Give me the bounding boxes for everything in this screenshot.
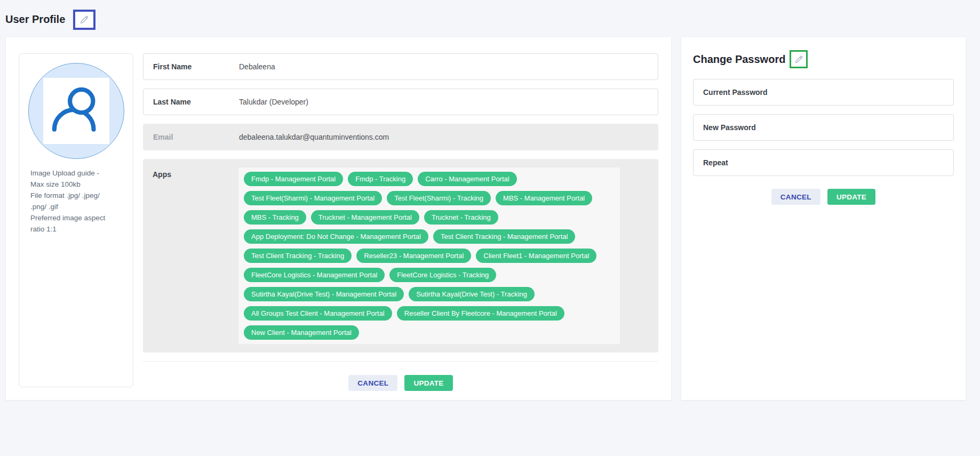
app-pill: Test Fleet(Sharmi) - Tracking bbox=[387, 191, 491, 205]
app-pill: MBS - Tracking bbox=[244, 210, 306, 225]
profile-form: First Name Debaleena Last Name Talukdar … bbox=[143, 53, 658, 387]
form-field-row: Last Name Talukdar (Developer) bbox=[143, 89, 658, 115]
password-input[interactable]: Current Password bbox=[693, 79, 954, 106]
app-pill: Reseller Client By Fleetcore - Managemen… bbox=[397, 306, 564, 321]
avatar-upload-card: Image Upload guide -Max size 100kbFile f… bbox=[19, 53, 133, 387]
upload-guide-line: Image Upload guide - bbox=[30, 167, 126, 179]
app-pill: Sutirtha Kayal(Drive Test) - Management … bbox=[244, 287, 404, 301]
field-input[interactable]: Talukdar (Developer) bbox=[239, 98, 308, 106]
profile-update-button[interactable]: UPDATE bbox=[404, 375, 452, 391]
change-password-title: Change Password bbox=[693, 53, 785, 66]
app-pill: Reseller23 - Management Portal bbox=[356, 249, 471, 263]
edit-profile-button[interactable] bbox=[73, 10, 95, 30]
avatar-image bbox=[43, 78, 109, 144]
form-fields: First Name Debaleena Last Name Talukdar … bbox=[143, 53, 658, 159]
person-icon bbox=[49, 83, 104, 139]
app-pill: Test Fleet(Sharmi) - Management Portal bbox=[244, 191, 382, 205]
change-password-header: Change Password bbox=[693, 50, 954, 68]
field-label: First Name bbox=[153, 62, 239, 71]
field-input[interactable]: Debaleena bbox=[239, 62, 275, 71]
app-pill: Test Client Tracking - Management Portal bbox=[433, 229, 575, 244]
app-pill: Fmdp - Management Portal bbox=[244, 172, 343, 186]
app-pill: FleetCore Logistics - Management Portal bbox=[244, 268, 385, 282]
upload-guide-line: ratio 1:1 bbox=[30, 223, 126, 235]
password-cancel-button[interactable]: CANCEL bbox=[771, 189, 820, 205]
app-pill: FleetCore Logistics - Tracking bbox=[389, 268, 496, 282]
upload-guide-line: File format .jpg/ .jpeg/ bbox=[30, 190, 126, 201]
password-fields: Current PasswordNew PasswordRepeat bbox=[693, 79, 954, 176]
app-pill: New Client - Management Portal bbox=[244, 325, 359, 340]
app-pill: App Deployment: Do Not Change - Manageme… bbox=[244, 229, 428, 244]
avatar[interactable] bbox=[28, 63, 124, 159]
profile-cancel-button[interactable]: CANCEL bbox=[348, 375, 397, 391]
edit-password-button[interactable] bbox=[790, 50, 808, 68]
app-pill: Client Fleet1 - Management Portal bbox=[476, 249, 596, 263]
page-title: User Profile bbox=[5, 13, 65, 26]
upload-guide-line: Max size 100kb bbox=[30, 179, 126, 190]
page-content: Image Upload guide -Max size 100kbFile f… bbox=[0, 37, 980, 400]
password-input[interactable]: Repeat bbox=[693, 149, 954, 176]
form-field-row: Email debaleena.talukdar@quantuminventio… bbox=[143, 124, 658, 150]
field-label: Email bbox=[153, 133, 239, 141]
password-actions: CANCEL UPDATE bbox=[693, 189, 954, 205]
image-upload-guide: Image Upload guide -Max size 100kbFile f… bbox=[26, 167, 126, 235]
app-pill: Trucknet - Tracking bbox=[424, 210, 498, 225]
upload-guide-line: Preferred image aspect bbox=[30, 212, 126, 223]
password-input[interactable]: New Password bbox=[693, 114, 954, 141]
apps-field-row: Apps Fmdp - Management PortalFmdp - Trac… bbox=[143, 159, 658, 353]
upload-guide-line: .png/ .gif bbox=[30, 201, 126, 212]
apps-pills-panel: Fmdp - Management PortalFmdp - TrackingC… bbox=[238, 167, 620, 344]
app-pill: Sutirtha Kayal(Drive Test) - Tracking bbox=[409, 287, 535, 301]
password-update-button[interactable]: UPDATE bbox=[827, 189, 875, 205]
form-field-row: First Name Debaleena bbox=[143, 53, 658, 80]
field-input: debaleena.talukdar@quantuminventions.com bbox=[239, 133, 389, 141]
apps-label: Apps bbox=[153, 167, 238, 179]
page-header: User Profile bbox=[0, 0, 980, 37]
app-pill: Test Client Tracking - Tracking bbox=[244, 249, 352, 263]
change-password-card: Change Password Current PasswordNew Pass… bbox=[681, 37, 966, 400]
app-pill: Carro - Management Portal bbox=[418, 172, 517, 186]
user-profile-page: User Profile Image Upload guide - bbox=[0, 0, 980, 400]
pencil-icon bbox=[79, 14, 90, 25]
pencil-icon bbox=[794, 54, 804, 65]
app-pill: Trucknet - Management Portal bbox=[311, 210, 419, 225]
app-pill: Fmdp - Tracking bbox=[348, 172, 413, 186]
field-label: Last Name bbox=[153, 98, 239, 106]
app-pill: All Groups Test Client - Management Port… bbox=[244, 306, 392, 321]
profile-card: Image Upload guide -Max size 100kbFile f… bbox=[6, 37, 671, 400]
app-pill: MBS - Management Portal bbox=[496, 191, 592, 205]
profile-form-actions: CANCEL UPDATE bbox=[143, 362, 658, 391]
